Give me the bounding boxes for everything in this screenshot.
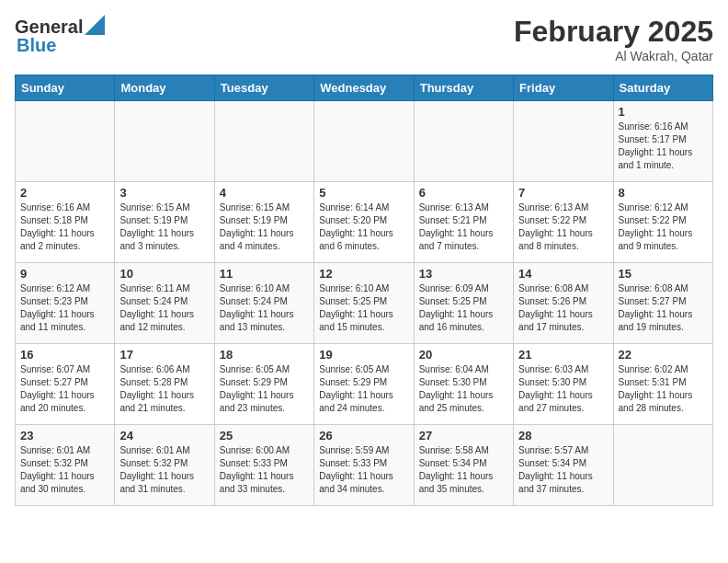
day-info: Sunrise: 5:58 AMSunset: 5:34 PMDaylight:… [419,444,508,496]
day-info: Sunrise: 6:16 AMSunset: 5:18 PMDaylight:… [20,201,109,253]
calendar-cell [115,101,214,182]
calendar-cell: 22Sunrise: 6:02 AMSunset: 5:31 PMDayligh… [613,344,712,425]
day-info: Sunrise: 6:04 AMSunset: 5:30 PMDaylight:… [419,363,508,415]
month-title: February 2025 [514,15,713,49]
calendar-week-3: 9Sunrise: 6:12 AMSunset: 5:23 PMDaylight… [16,263,713,344]
weekday-header-monday: Monday [115,75,214,101]
weekday-header-sunday: Sunday [16,75,115,101]
calendar-cell: 14Sunrise: 6:08 AMSunset: 5:26 PMDayligh… [514,263,613,344]
calendar-cell: 5Sunrise: 6:14 AMSunset: 5:20 PMDaylight… [314,182,414,263]
calendar-cell: 6Sunrise: 6:13 AMSunset: 5:21 PMDaylight… [414,182,513,263]
calendar-cell [214,101,313,182]
day-number: 26 [319,429,408,442]
calendar-cell: 3Sunrise: 6:15 AMSunset: 5:19 PMDaylight… [115,182,214,263]
calendar-week-5: 23Sunrise: 6:01 AMSunset: 5:32 PMDayligh… [16,425,713,506]
logo: General Blue [15,15,105,56]
day-info: Sunrise: 5:57 AMSunset: 5:34 PMDaylight:… [518,444,608,496]
calendar-cell: 10Sunrise: 6:11 AMSunset: 5:24 PMDayligh… [115,263,214,344]
day-number: 20 [419,348,508,362]
day-number: 23 [20,429,109,442]
logo-flag-icon [85,15,105,35]
calendar-cell: 8Sunrise: 6:12 AMSunset: 5:22 PMDaylight… [613,182,712,263]
calendar-cell [16,101,115,182]
day-info: Sunrise: 6:14 AMSunset: 5:20 PMDaylight:… [319,201,408,253]
day-info: Sunrise: 6:05 AMSunset: 5:29 PMDaylight:… [319,363,408,415]
day-info: Sunrise: 6:13 AMSunset: 5:21 PMDaylight:… [419,201,508,253]
day-info: Sunrise: 6:10 AMSunset: 5:25 PMDaylight:… [319,282,408,334]
day-number: 11 [220,267,309,281]
calendar-cell: 13Sunrise: 6:09 AMSunset: 5:25 PMDayligh… [414,263,513,344]
day-number: 24 [119,429,209,442]
day-number: 17 [119,348,209,362]
day-info: Sunrise: 6:02 AMSunset: 5:31 PMDaylight:… [619,363,708,415]
day-info: Sunrise: 6:09 AMSunset: 5:25 PMDaylight:… [419,282,508,334]
calendar-cell: 27Sunrise: 5:58 AMSunset: 5:34 PMDayligh… [414,425,513,506]
logo-blue-text: Blue [17,35,56,55]
day-info: Sunrise: 6:12 AMSunset: 5:22 PMDaylight:… [619,201,708,253]
location-subtitle: Al Wakrah, Qatar [514,49,713,63]
weekday-header-wednesday: Wednesday [314,75,414,101]
day-number: 6 [419,186,508,200]
day-number: 3 [119,186,209,200]
day-number: 5 [319,186,408,200]
day-number: 22 [619,348,708,362]
day-number: 19 [319,348,408,362]
day-info: Sunrise: 6:16 AMSunset: 5:17 PMDaylight:… [619,121,708,172]
calendar-cell: 15Sunrise: 6:08 AMSunset: 5:27 PMDayligh… [613,263,712,344]
day-info: Sunrise: 6:07 AMSunset: 5:27 PMDaylight:… [20,363,109,415]
page-header: General Blue February 2025 Al Wakrah, Qa… [15,15,713,63]
day-number: 2 [20,186,109,200]
day-number: 1 [619,105,708,119]
day-number: 13 [419,267,508,281]
calendar-cell: 4Sunrise: 6:15 AMSunset: 5:19 PMDaylight… [214,182,313,263]
weekday-header-thursday: Thursday [414,75,513,101]
day-number: 7 [518,186,608,200]
day-number: 28 [518,429,608,442]
day-number: 12 [319,267,408,281]
day-info: Sunrise: 6:15 AMSunset: 5:19 PMDaylight:… [220,201,309,253]
day-number: 15 [619,267,708,281]
day-info: Sunrise: 6:01 AMSunset: 5:32 PMDaylight:… [119,444,209,496]
calendar-cell: 23Sunrise: 6:01 AMSunset: 5:32 PMDayligh… [16,425,115,506]
calendar-cell: 16Sunrise: 6:07 AMSunset: 5:27 PMDayligh… [16,344,115,425]
weekday-header-friday: Friday [514,75,613,101]
day-number: 8 [619,186,708,200]
calendar-cell: 24Sunrise: 6:01 AMSunset: 5:32 PMDayligh… [115,425,214,506]
day-info: Sunrise: 6:05 AMSunset: 5:29 PMDaylight:… [220,363,309,415]
day-info: Sunrise: 6:11 AMSunset: 5:24 PMDaylight:… [119,282,209,334]
day-number: 18 [220,348,309,362]
day-info: Sunrise: 6:13 AMSunset: 5:22 PMDaylight:… [518,201,608,253]
calendar-cell: 21Sunrise: 6:03 AMSunset: 5:30 PMDayligh… [514,344,613,425]
weekday-header-tuesday: Tuesday [214,75,313,101]
weekday-header-saturday: Saturday [613,75,712,101]
calendar-cell: 19Sunrise: 6:05 AMSunset: 5:29 PMDayligh… [314,344,414,425]
day-number: 27 [419,429,508,442]
day-number: 14 [518,267,608,281]
day-number: 25 [220,429,309,442]
calendar-cell: 12Sunrise: 6:10 AMSunset: 5:25 PMDayligh… [314,263,414,344]
title-area: February 2025 Al Wakrah, Qatar [514,15,713,63]
calendar-cell: 18Sunrise: 6:05 AMSunset: 5:29 PMDayligh… [214,344,313,425]
calendar-cell: 28Sunrise: 5:57 AMSunset: 5:34 PMDayligh… [514,425,613,506]
calendar-cell: 26Sunrise: 5:59 AMSunset: 5:33 PMDayligh… [314,425,414,506]
calendar-cell [314,101,414,182]
day-number: 10 [119,267,209,281]
day-info: Sunrise: 6:06 AMSunset: 5:28 PMDaylight:… [119,363,209,415]
calendar-week-4: 16Sunrise: 6:07 AMSunset: 5:27 PMDayligh… [16,344,713,425]
calendar-table: SundayMondayTuesdayWednesdayThursdayFrid… [15,75,713,506]
day-info: Sunrise: 6:10 AMSunset: 5:24 PMDaylight:… [220,282,309,334]
day-info: Sunrise: 6:01 AMSunset: 5:32 PMDaylight:… [20,444,109,496]
calendar-cell: 2Sunrise: 6:16 AMSunset: 5:18 PMDaylight… [16,182,115,263]
calendar-cell: 11Sunrise: 6:10 AMSunset: 5:24 PMDayligh… [214,263,313,344]
calendar-cell [414,101,513,182]
calendar-week-1: 1Sunrise: 6:16 AMSunset: 5:17 PMDaylight… [16,101,713,182]
day-info: Sunrise: 6:08 AMSunset: 5:26 PMDaylight:… [518,282,608,334]
calendar-cell [613,425,712,506]
calendar-week-2: 2Sunrise: 6:16 AMSunset: 5:18 PMDaylight… [16,182,713,263]
calendar-cell: 9Sunrise: 6:12 AMSunset: 5:23 PMDaylight… [16,263,115,344]
day-info: Sunrise: 5:59 AMSunset: 5:33 PMDaylight:… [319,444,408,496]
day-number: 21 [518,348,608,362]
day-info: Sunrise: 6:08 AMSunset: 5:27 PMDaylight:… [619,282,708,334]
day-info: Sunrise: 6:03 AMSunset: 5:30 PMDaylight:… [518,363,608,415]
calendar-cell: 1Sunrise: 6:16 AMSunset: 5:17 PMDaylight… [613,101,712,182]
